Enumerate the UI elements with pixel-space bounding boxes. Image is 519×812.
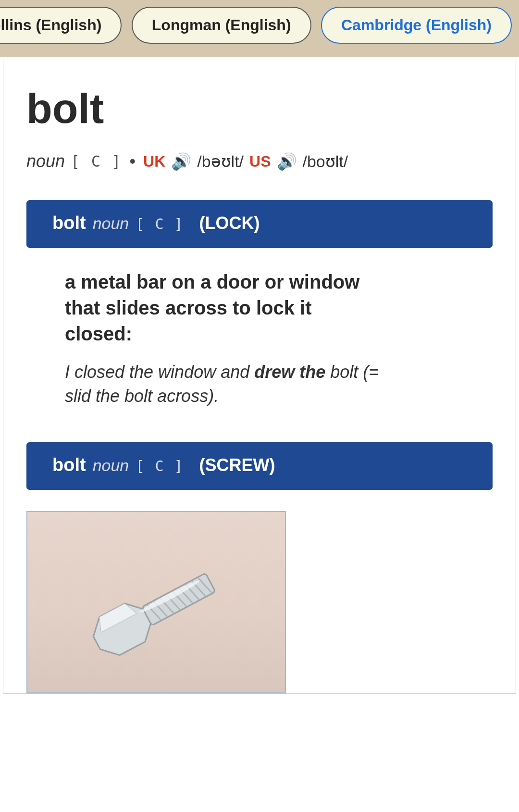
sense-pos: noun bbox=[93, 456, 129, 475]
sense-body-lock: a metal bar on a door or window that sli… bbox=[26, 269, 382, 442]
sense-word: bolt bbox=[52, 213, 86, 233]
sense-gram: [ C ] bbox=[136, 458, 184, 474]
ipa-us: /boʊlt/ bbox=[303, 152, 348, 171]
bolt-image bbox=[26, 511, 286, 693]
dictionary-tabs: ollins (English) Longman (English) Cambr… bbox=[0, 0, 519, 57]
region-uk: UK bbox=[143, 153, 165, 170]
example-pre: I closed the window and bbox=[65, 362, 254, 382]
sense-word: bolt bbox=[52, 455, 86, 475]
entry-content: bolt noun [ C ] • UK 🔊 /bəʊlt/ US 🔊 /boʊ… bbox=[3, 60, 516, 694]
sense-gram: [ C ] bbox=[136, 216, 184, 232]
ipa-uk: /bəʊlt/ bbox=[197, 152, 244, 171]
headword: bolt bbox=[26, 84, 493, 133]
tab-collins[interactable]: ollins (English) bbox=[0, 7, 122, 44]
bolt-illustration-icon bbox=[77, 547, 236, 674]
part-of-speech: noun bbox=[26, 151, 65, 171]
example-sentence: I closed the window and drew the bolt (=… bbox=[65, 360, 382, 409]
tab-cambridge[interactable]: Cambridge (English) bbox=[321, 7, 512, 44]
audio-uk-icon[interactable]: 🔊 bbox=[171, 152, 191, 171]
region-us: US bbox=[249, 153, 271, 170]
sense-header-lock[interactable]: bolt noun [ C ] (LOCK) bbox=[26, 200, 493, 248]
sense-pos: noun bbox=[93, 214, 129, 233]
sense-header-screw[interactable]: bolt noun [ C ] (SCREW) bbox=[26, 442, 493, 490]
audio-us-icon[interactable]: 🔊 bbox=[277, 152, 297, 171]
definition-text: a metal bar on a door or window that sli… bbox=[65, 269, 382, 347]
tab-longman[interactable]: Longman (English) bbox=[132, 7, 311, 44]
sense-tag: (SCREW) bbox=[199, 455, 275, 475]
svg-rect-2 bbox=[142, 573, 215, 625]
example-bold: drew the bbox=[254, 362, 325, 382]
grammar-code: [ C ] bbox=[71, 152, 122, 170]
sense-tag: (LOCK) bbox=[199, 213, 260, 233]
separator-dot: • bbox=[127, 151, 137, 171]
pronunciation-line: noun [ C ] • UK 🔊 /bəʊlt/ US 🔊 /boʊlt/ bbox=[26, 151, 493, 171]
